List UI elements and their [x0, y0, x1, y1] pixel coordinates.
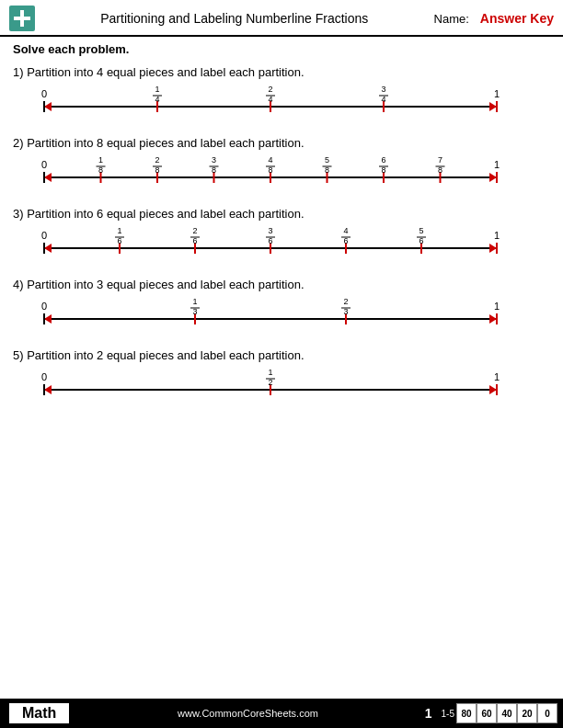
svg-text:1: 1 [117, 226, 121, 235]
svg-text:1: 1 [494, 230, 500, 241]
svg-text:4: 4 [268, 95, 272, 104]
scores-label: 1-5 [442, 709, 454, 719]
svg-text:1: 1 [98, 155, 103, 165]
svg-text:4: 4 [343, 226, 348, 235]
svg-text:3: 3 [381, 85, 385, 94]
svg-text:3: 3 [343, 307, 348, 316]
score-box: 60 [477, 703, 497, 723]
numberline-5: 0121 [31, 364, 550, 410]
numberline-svg-5: 0121 [31, 364, 510, 410]
problem-4: 4) Partition into 3 equal pieces and lab… [0, 272, 563, 343]
svg-marker-100 [44, 385, 52, 394]
svg-text:5: 5 [325, 155, 329, 165]
svg-text:2: 2 [155, 155, 159, 165]
numberline-svg-3: 016263646561 [31, 222, 510, 268]
svg-text:1: 1 [155, 85, 159, 94]
svg-rect-2 [14, 17, 30, 20]
svg-text:0: 0 [41, 159, 47, 170]
svg-marker-5 [489, 102, 497, 111]
numberline-1: 01424341 [31, 81, 550, 127]
score-box: 0 [537, 703, 557, 723]
numberline-svg-2: 0182838485868781 [31, 152, 510, 198]
logo-icon [9, 6, 35, 31]
svg-text:0: 0 [41, 88, 47, 99]
svg-text:6: 6 [381, 155, 385, 165]
svg-text:1: 1 [494, 159, 500, 170]
numberline-2: 0182838485868781 [31, 152, 550, 198]
problem-1: 1) Partition into 4 equal pieces and lab… [0, 60, 563, 131]
numberline-4: 013231 [31, 293, 550, 339]
problem-label-1: 1) Partition into 4 equal pieces and lab… [13, 65, 550, 79]
svg-text:0: 0 [41, 371, 47, 382]
svg-text:8: 8 [438, 165, 442, 175]
svg-text:0: 0 [41, 230, 47, 241]
svg-text:4: 4 [155, 95, 159, 104]
svg-text:8: 8 [325, 165, 329, 175]
svg-text:2: 2 [192, 226, 197, 235]
footer-scores: 1-5 806040200 [442, 703, 557, 723]
numberline-3: 016263646561 [31, 222, 550, 268]
header-answer-key: Answer Key [480, 11, 554, 26]
score-box: 20 [517, 703, 537, 723]
problem-5: 5) Partition into 2 equal pieces and lab… [0, 343, 563, 414]
svg-text:2: 2 [268, 85, 272, 94]
svg-text:1: 1 [494, 371, 500, 382]
svg-marker-58 [44, 244, 52, 253]
svg-text:6: 6 [192, 236, 197, 245]
svg-text:3: 3 [212, 155, 216, 165]
svg-text:5: 5 [419, 226, 423, 235]
score-box: 80 [456, 703, 477, 723]
svg-text:6: 6 [117, 236, 121, 245]
svg-text:8: 8 [155, 165, 159, 175]
svg-text:3: 3 [192, 307, 197, 316]
svg-text:1: 1 [192, 297, 197, 306]
header: Partitioning and Labeling Numberline Fra… [0, 0, 563, 37]
problem-3: 3) Partition into 6 equal pieces and lab… [0, 201, 563, 272]
svg-marker-86 [489, 314, 497, 324]
footer-page-number: 1 [425, 706, 432, 721]
svg-text:1: 1 [494, 88, 500, 99]
numberline-svg-4: 013231 [31, 293, 510, 339]
svg-text:8: 8 [212, 165, 216, 175]
svg-text:4: 4 [381, 95, 385, 104]
problem-label-2: 2) Partition into 8 equal pieces and lab… [13, 136, 550, 150]
footer-url: www.CommonCoreSheets.com [71, 708, 424, 719]
problem-label-5: 5) Partition into 2 equal pieces and lab… [13, 348, 550, 362]
problem-label-3: 3) Partition into 6 equal pieces and lab… [13, 207, 550, 221]
svg-marker-24 [489, 173, 497, 182]
footer-math-box: Math [7, 701, 71, 725]
score-box: 40 [497, 703, 517, 723]
problem-label-4: 4) Partition into 3 equal pieces and lab… [13, 278, 550, 291]
svg-marker-85 [44, 314, 52, 324]
svg-marker-59 [489, 244, 497, 253]
svg-marker-101 [489, 385, 497, 394]
svg-text:1: 1 [268, 368, 272, 377]
header-title: Partitioning and Labeling Numberline Fra… [42, 11, 427, 26]
problem-2: 2) Partition into 8 equal pieces and lab… [0, 131, 563, 201]
svg-text:2: 2 [343, 297, 348, 306]
svg-marker-4 [44, 102, 52, 111]
problems-container: 1) Partition into 4 equal pieces and lab… [0, 60, 563, 414]
header-name-label: Name: [434, 12, 469, 26]
svg-text:0: 0 [41, 301, 47, 312]
svg-text:2: 2 [268, 378, 272, 387]
instruction: Solve each problem. [0, 37, 563, 60]
svg-text:8: 8 [98, 165, 103, 175]
svg-text:3: 3 [268, 226, 272, 235]
svg-text:4: 4 [268, 155, 272, 165]
svg-marker-23 [44, 173, 52, 182]
footer: Math www.CommonCoreSheets.com 1 1-5 8060… [0, 699, 563, 728]
svg-text:6: 6 [343, 236, 348, 245]
svg-text:8: 8 [381, 165, 385, 175]
svg-text:7: 7 [438, 155, 442, 165]
svg-text:1: 1 [494, 301, 500, 312]
svg-text:8: 8 [268, 165, 272, 175]
numberline-svg-1: 01424341 [31, 81, 510, 127]
svg-text:6: 6 [268, 236, 272, 245]
svg-text:6: 6 [419, 236, 423, 245]
